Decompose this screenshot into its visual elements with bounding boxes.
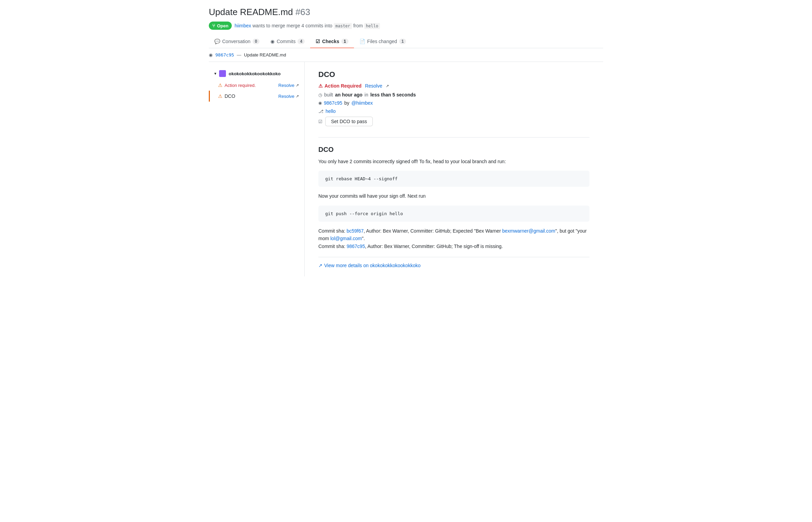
tab-checks[interactable]: ☑ Checks 1 [310, 35, 354, 48]
clock-icon: ◷ [318, 92, 322, 97]
checklist-icon: ☑ [318, 119, 322, 124]
build-duration: less than 5 seconds [370, 92, 416, 97]
check-commit-row: ◉ 9867c95 by @hiimbex [318, 100, 589, 106]
tab-files-changed[interactable]: 📄 Files changed 1 [354, 35, 412, 48]
source-branch: hello [364, 23, 380, 29]
dco-intro-text: You only have 2 commits incorrectly sign… [318, 158, 589, 165]
tab-conversation[interactable]: 💬 Conversation 0 [209, 35, 265, 48]
author-profile-link[interactable]: @hiimbex [352, 100, 373, 106]
view-more-link[interactable]: ↗ View more details on okokokokkokookokk… [318, 257, 589, 268]
tab-bar: 💬 Conversation 0 ◉ Commits 4 ☑ Checks 1 … [209, 35, 603, 48]
files-count: 1 [399, 39, 406, 44]
pr-number: #63 [295, 7, 310, 17]
section-divider [318, 137, 589, 138]
email-link-2[interactable]: lol@gmail.com [330, 236, 362, 241]
open-badge: ⑂ Open [209, 22, 232, 30]
check-title: DCO [318, 70, 589, 79]
pr-meta: ⑂ Open hiimbex wants to merge merge 4 co… [209, 22, 603, 30]
commit-message: Update README.md [244, 52, 286, 57]
commit-icon: ◉ [318, 101, 322, 105]
chevron-down-icon: ▾ [214, 71, 216, 76]
external-link-icon: ↗ [296, 83, 299, 88]
check-resolve-link[interactable]: Resolve [365, 83, 382, 89]
content-area: DCO ⚠ Action Required Resolve ↗ ◷ built … [305, 62, 603, 276]
warning-icon: ⚠ [218, 82, 223, 88]
checks-count: 1 [341, 39, 348, 44]
pr-title: Update README.md #63 [209, 7, 603, 17]
merge-icon: ⑂ [212, 23, 215, 28]
branch-link[interactable]: hello [326, 108, 336, 114]
email-link-1[interactable]: bexmwarner@gmail.com [502, 228, 555, 234]
code-block-1: git rebase HEAD~4 --signoff [318, 171, 589, 187]
conversation-count: 0 [253, 39, 260, 44]
main-layout: ▾ okokokokkokookokkoko ⚠ Action required… [209, 62, 603, 276]
conversation-icon: 💬 [214, 39, 220, 44]
check-commit-link[interactable]: 9867c95 [324, 100, 342, 106]
pr-meta-info: hiimbex wants to merge merge 4 commits i… [234, 23, 380, 28]
commits-count: 4 [297, 39, 305, 44]
built-time: an hour ago [335, 92, 363, 97]
checks-sidebar: ▾ okokokokkokookokkoko ⚠ Action required… [209, 62, 305, 276]
resolve-link-top[interactable]: Resolve [278, 83, 294, 88]
sidebar-group-name: okokokokkokookokkoko [229, 71, 281, 76]
avatar [219, 70, 226, 77]
check-section: DCO ⚠ Action Required Resolve ↗ ◷ built … [318, 70, 589, 126]
dco-warning-icon: ⚠ [218, 93, 223, 99]
dco-label: DCO [225, 93, 235, 99]
dco-external-icon: ↗ [296, 94, 299, 99]
commit-hash-link[interactable]: 9867c95 [215, 52, 234, 57]
dco-body-title: DCO [318, 146, 589, 154]
set-dco-button[interactable]: Set DCO to pass [325, 117, 373, 126]
action-required-badge: ⚠ Action Required [318, 83, 361, 89]
check-meta-row: ◷ built an hour ago in less than 5 secon… [318, 92, 589, 97]
pr-title-text: Update README.md [209, 7, 293, 17]
check-branch-row: ⎇ hello [318, 108, 589, 114]
check-external-icon: ↗ [386, 84, 389, 88]
tab-commits[interactable]: ◉ Commits 4 [265, 35, 310, 48]
checks-icon: ☑ [316, 39, 320, 44]
sidebar-item-dco[interactable]: ⚠ DCO Resolve ↗ [209, 91, 304, 102]
commit-sha-1-link[interactable]: bc59f67 [346, 228, 364, 234]
commit-details: Commit sha: bc59f67, Author: Bex Warner,… [318, 227, 589, 250]
dco-resolve-link[interactable]: Resolve [278, 94, 294, 99]
action-required-text: Action required. [225, 83, 256, 88]
dco-action-row: ☑ Set DCO to pass [318, 117, 589, 126]
action-warning-icon: ⚠ [318, 83, 323, 89]
branch-icon: ⎇ [318, 109, 323, 114]
commit-sha-2-link[interactable]: 9867c95 [346, 244, 365, 249]
commit-bar: ◉ 9867c95 — Update README.md [209, 48, 603, 62]
dco-mid-text: Now your commits will have your sign off… [318, 192, 589, 200]
sidebar-group-header[interactable]: ▾ okokokokkokookokkoko [209, 67, 304, 80]
check-status-row: ⚠ Action Required Resolve ↗ [318, 83, 589, 89]
external-link-icon-2: ↗ [318, 263, 322, 268]
status-badge-text: Open [217, 23, 228, 28]
sidebar-action-required: ⚠ Action required. Resolve ↗ [209, 80, 304, 91]
target-branch: master [334, 23, 352, 29]
dco-body: DCO You only have 2 commits incorrectly … [318, 146, 589, 268]
files-icon: 📄 [359, 39, 365, 44]
code-block-2: git push --force origin hello [318, 206, 589, 222]
commit-dot-icon: ◉ [209, 52, 213, 57]
author-link[interactable]: hiimbex [234, 23, 251, 28]
commits-icon: ◉ [270, 39, 275, 44]
